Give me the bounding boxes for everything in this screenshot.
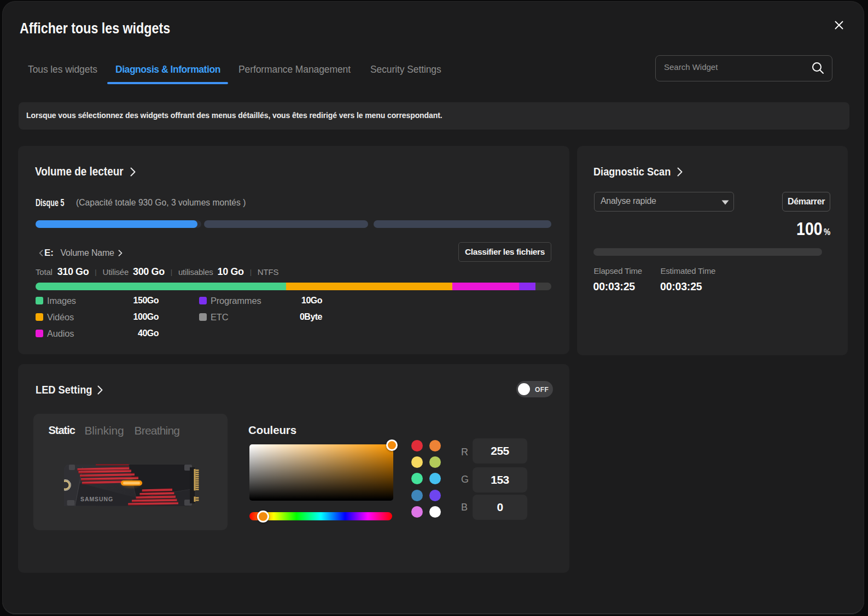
svg-text:SAMSUNG: SAMSUNG [80, 496, 113, 502]
